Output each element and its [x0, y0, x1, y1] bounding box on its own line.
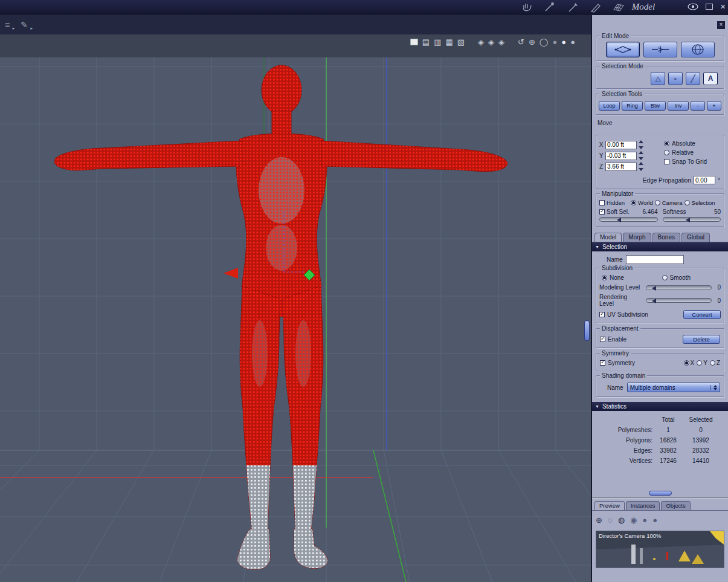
brush-tool-icon[interactable]	[543, 1, 556, 13]
ring-button[interactable]: Ring	[622, 101, 643, 111]
select-face-button[interactable]: △	[651, 72, 665, 85]
maximize-icon[interactable]	[706, 4, 713, 10]
wire-sphere-icon[interactable]: ◍	[618, 516, 625, 525]
hand-tool-icon[interactable]	[520, 1, 533, 13]
edit-mode-sphere-button[interactable]	[681, 42, 715, 57]
snap-to-grid-label: Snap To Grid	[672, 158, 707, 165]
shrink-selection-button[interactable]: -	[691, 101, 705, 111]
pen-tool-icon[interactable]: ✎▸	[21, 20, 28, 30]
display-single-icon[interactable]	[410, 39, 418, 45]
statistics-table: Total Selected Polymeshes: 1 0 Polygons:…	[592, 411, 728, 468]
absolute-radio[interactable]	[664, 141, 669, 146]
subdivision-smooth-radio[interactable]	[662, 275, 668, 280]
subdivision-none-radio[interactable]	[602, 275, 607, 280]
statistics-section-header[interactable]: Statistics	[592, 402, 728, 411]
orbit-icon[interactable]: ↺	[518, 38, 524, 46]
panel-close-button[interactable]: ×	[717, 21, 725, 29]
white-sphere-icon[interactable]: ●	[561, 38, 566, 46]
shade-facet-2-icon[interactable]: ◈	[488, 38, 494, 46]
preview-zoom-level: 100%	[646, 532, 661, 539]
display-split-grid-icon[interactable]: ▧	[457, 38, 465, 46]
modeling-level-slider[interactable]	[646, 285, 712, 290]
subdivision-smooth-label: Smooth	[670, 274, 691, 281]
viewport-3d[interactable]: ≡▸ ✎▸ ▤ ▥ ▦ ▧ ◈ ◈ ◈ ↺ ⊕ ◯ ● ● ●	[0, 15, 591, 582]
x-stepper[interactable]	[639, 140, 645, 149]
gray-sphere-icon[interactable]: ●	[552, 38, 557, 46]
tab-global[interactable]: Global	[681, 233, 710, 242]
shaded-sphere-icon[interactable]: ●	[570, 38, 575, 46]
gray-sphere-icon[interactable]: ●	[642, 516, 647, 525]
tab-bones[interactable]: Bones	[652, 233, 680, 242]
plane-grid-tool-icon[interactable]	[612, 1, 625, 13]
wire-sphere-icon[interactable]: ◯	[540, 38, 549, 46]
camera-radio[interactable]	[655, 200, 660, 205]
uv-subdivision-checkbox[interactable]	[599, 312, 605, 317]
select-line-button[interactable]: ╱	[686, 72, 700, 85]
statistics-col-selected: Selected	[681, 416, 720, 423]
tab-model[interactable]: Model	[594, 233, 622, 242]
tab-preview[interactable]: Preview	[594, 501, 625, 510]
rendering-level-slider[interactable]	[646, 298, 712, 303]
symmetry-checkbox[interactable]	[600, 360, 605, 366]
x-coordinate-input[interactable]	[605, 141, 637, 149]
tab-objects[interactable]: Objects	[661, 501, 690, 510]
z-stepper[interactable]	[639, 162, 645, 171]
invert-button[interactable]: Inv	[668, 101, 689, 111]
soft-selection-slider[interactable]	[599, 217, 658, 222]
shading-domain-dropdown[interactable]: Multiple domains	[627, 383, 720, 392]
between-button[interactable]: Btw	[645, 101, 666, 111]
edit-mode-extrude-button[interactable]	[643, 42, 677, 57]
scene-canvas[interactable]	[0, 15, 591, 582]
y-coordinate-input[interactable]	[605, 152, 637, 160]
shaded-sphere-icon[interactable]: ◉	[630, 516, 637, 525]
dark-sphere-icon[interactable]: ●	[652, 516, 657, 525]
tab-instances[interactable]: Instances	[626, 501, 660, 510]
shade-facet-3-icon[interactable]: ◈	[498, 38, 504, 46]
relative-radio[interactable]	[664, 150, 669, 155]
soft-selection-checkbox[interactable]	[599, 209, 605, 215]
knife-tool-icon[interactable]	[589, 1, 602, 13]
close-icon[interactable]: ×	[720, 2, 726, 11]
display-split-3-icon[interactable]: ▥	[434, 38, 441, 46]
grow-selection-button[interactable]: +	[707, 101, 721, 111]
pen-tool-icon[interactable]	[566, 1, 579, 13]
symmetry-x-radio[interactable]	[684, 360, 689, 366]
world-radio[interactable]	[631, 200, 636, 205]
expand-arrow-icon[interactable]: ▸	[30, 26, 33, 31]
edge-propagation-input[interactable]	[694, 176, 715, 184]
select-edge-button[interactable]: ▫	[668, 72, 683, 85]
z-coordinate-input[interactable]	[605, 163, 637, 171]
z-axis-label: Z	[599, 163, 604, 170]
y-stepper[interactable]	[639, 151, 645, 160]
convert-button[interactable]: Convert	[683, 310, 721, 319]
snap-to-grid-checkbox[interactable]	[664, 159, 669, 164]
symmetry-z-radio[interactable]	[710, 360, 715, 366]
target-icon[interactable]: ⊕	[596, 516, 602, 525]
select-all-button[interactable]: A	[703, 72, 718, 85]
shade-facet-1-icon[interactable]: ◈	[478, 38, 484, 46]
hidden-checkbox[interactable]	[599, 200, 605, 205]
scene-preview[interactable]: Director's Camera 100%	[596, 531, 724, 568]
camera-label: Camera	[662, 199, 683, 206]
expand-arrow-icon[interactable]: ▸	[13, 26, 15, 31]
displacement-enable-checkbox[interactable]	[600, 337, 605, 342]
dotted-sphere-icon[interactable]: ◌	[608, 516, 613, 525]
visibility-eye-icon[interactable]	[688, 3, 698, 10]
display-split-2-icon[interactable]: ▤	[422, 38, 430, 46]
panel-tabs: Model Morph Bones Global	[592, 231, 728, 242]
symmetry-y-radio[interactable]	[697, 360, 702, 366]
panel-splitter-handle[interactable]	[584, 320, 590, 341]
manipulator-group: Manipulator Hidden World Camera Selectio…	[596, 193, 724, 227]
mixer-tool-icon[interactable]: ≡▸	[5, 20, 10, 30]
tab-morph[interactable]: Morph	[623, 233, 651, 242]
display-split-4-icon[interactable]: ▦	[445, 38, 453, 46]
selection-name-input[interactable]	[626, 255, 684, 264]
edit-mode-vertex-button[interactable]	[606, 42, 640, 57]
delete-button[interactable]: Delete	[683, 335, 720, 344]
dotted-cross-icon[interactable]: ⊕	[529, 38, 535, 46]
selection-radio[interactable]	[685, 200, 690, 205]
loop-button[interactable]: Loop	[599, 101, 620, 111]
softness-slider[interactable]	[663, 217, 721, 222]
selection-section-header[interactable]: Selection	[592, 242, 728, 251]
splitter-handle[interactable]	[649, 491, 672, 496]
